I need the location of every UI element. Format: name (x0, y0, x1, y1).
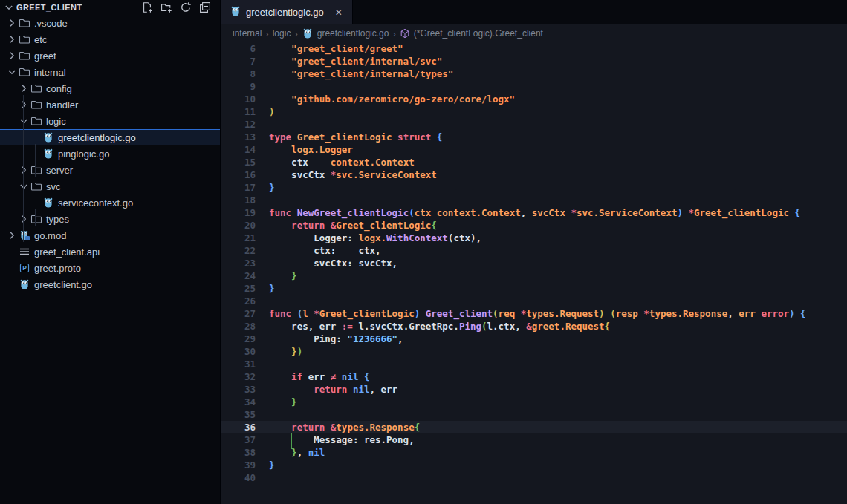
collapse-all-button[interactable] (198, 0, 212, 15)
explorer-root-title: GREET_CLIENT (16, 3, 140, 12)
code-line-27[interactable]: 27 func (l *Greet_clientLogic) Greet_cli… (221, 307, 847, 320)
chevron-right-icon (18, 164, 30, 176)
tree-item-label: servicecontext.go (58, 197, 133, 209)
tree-item-label: go.mod (34, 230, 66, 241)
code-line-37[interactable]: 37 Message: res.Pong, (221, 433, 847, 446)
chevron-down-icon (18, 115, 30, 127)
breadcrumb-item[interactable]: greetclientlogic.go (302, 27, 389, 39)
close-icon[interactable]: ✕ (333, 7, 345, 19)
code-line-text: Message: res.Pong, (269, 433, 415, 446)
code-line-9[interactable]: 9 (221, 80, 847, 93)
code-line-24[interactable]: 24 } (221, 269, 847, 282)
folder-icon (30, 213, 43, 225)
tree-item-greet[interactable]: greet (0, 48, 220, 64)
code-line-14[interactable]: 14 logx.Logger (221, 143, 847, 156)
code-line-23[interactable]: 23 svcCtx: svcCtx, (221, 257, 847, 269)
code-line-17[interactable]: 17 } (221, 181, 847, 194)
code-line-text: svcCtx: svcCtx, (269, 257, 397, 269)
tree-item-handler[interactable]: handler (0, 96, 220, 113)
code-line-18[interactable]: 18 (221, 194, 847, 206)
new-folder-button[interactable] (159, 0, 174, 15)
tree-item-greet_client.api[interactable]: greet_client.api (0, 243, 220, 260)
line-number: 32 (221, 370, 256, 383)
tree-item-label: greet (34, 50, 56, 62)
tree-item-pinglogic.go[interactable]: pinglogic.go (0, 145, 220, 162)
tree-indent-guide (35, 209, 36, 226)
code-line-15[interactable]: 15 ctx context.Context (221, 156, 847, 168)
code-line-35[interactable]: 35 (221, 408, 847, 421)
code-line-28[interactable]: 28 res, err := l.svcCtx.GreetRpc.Ping(l.… (221, 320, 847, 333)
folder-icon (30, 99, 43, 111)
code-line-39[interactable]: 39 } (221, 459, 847, 471)
breadcrumb-separator: › (265, 28, 268, 39)
line-number: 10 (221, 93, 256, 105)
code-line-40[interactable]: 40 (221, 471, 847, 484)
tree-item-go.mod[interactable]: go.mod (0, 227, 220, 243)
tree-item-config[interactable]: config (0, 80, 220, 96)
tree-item-label: greetclientlogic.go (58, 132, 136, 143)
tab-greetclientlogic[interactable]: greetclientlogic.go ✕ (221, 0, 353, 24)
code-line-text: } (269, 282, 275, 295)
go-icon (42, 148, 55, 160)
refresh-button[interactable] (178, 0, 193, 15)
breadcrumb-item[interactable]: (*Greet_clientLogic).Greet_client (400, 28, 543, 39)
tree-item-logic[interactable]: logic (0, 113, 220, 129)
code-line-11[interactable]: 11 ) (221, 105, 847, 118)
code-line-29[interactable]: 29 Ping: "1236666", (221, 333, 847, 345)
line-number: 30 (221, 345, 256, 358)
line-number: 39 (221, 459, 256, 471)
code-line-text: "greet_client/internal/svc" (269, 55, 442, 68)
code-line-6[interactable]: 6 "greet_client/greet" (221, 42, 847, 55)
breadcrumb-item[interactable]: logic (273, 28, 291, 39)
code-line-12[interactable]: 12 (221, 118, 847, 131)
tree-item-servicecontext.go[interactable]: servicecontext.go (0, 194, 220, 211)
line-number: 33 (221, 383, 256, 396)
new-file-button[interactable] (140, 0, 155, 15)
code-line-16[interactable]: 16 svcCtx *svc.ServiceContext (221, 168, 847, 181)
tree-item-.vscode[interactable]: .vscode (0, 15, 220, 31)
code-line-22[interactable]: 22 ctx: ctx, (221, 244, 847, 257)
code-line-32[interactable]: 32 if err ≠ nil { (221, 370, 847, 383)
go-mod-icon (18, 229, 31, 241)
code-line-text: return nil, err (269, 383, 397, 396)
tree-item-greetclientlogic.go[interactable]: greetclientlogic.go (0, 129, 220, 145)
code-line-38[interactable]: 38 }, nil (221, 446, 847, 459)
code-line-26[interactable]: 26 (221, 295, 847, 307)
folder-icon (18, 66, 31, 78)
code-line-30[interactable]: 30 }) (221, 345, 847, 358)
code-line-text: if err ≠ nil { (269, 370, 370, 383)
code-line-31[interactable]: 31 (221, 358, 847, 370)
explorer-section-header[interactable]: GREET_CLIENT (0, 0, 220, 15)
tree-item-types[interactable]: types (0, 211, 220, 227)
code-line-text: }) (269, 345, 302, 358)
breadcrumb-item[interactable]: internal (233, 28, 262, 39)
tree-item-internal[interactable]: internal (0, 64, 220, 80)
code-line-33[interactable]: 33 return nil, err (221, 383, 847, 396)
tree-item-greet.proto[interactable]: P greet.proto (0, 260, 220, 276)
code-editor[interactable]: 6 "greet_client/greet" 7 "greet_client/i… (221, 42, 847, 504)
tree-item-etc[interactable]: etc (0, 31, 220, 48)
code-line-25[interactable]: 25 } (221, 282, 847, 295)
code-line-text: return &Greet_clientLogic{ (269, 219, 437, 232)
tree-item-svc[interactable]: svc (0, 178, 220, 194)
code-line-8[interactable]: 8 "greet_client/internal/types" (221, 68, 847, 80)
breadcrumb-label: (*Greet_clientLogic).Greet_client (414, 28, 543, 39)
code-line-text: res, err := l.svcCtx.GreetRpc.Ping(l.ctx… (269, 320, 610, 333)
explorer-sidebar: GREET_CLIENT .vscode etc greet internal … (0, 0, 221, 504)
tree-item-label: etc (34, 34, 47, 45)
code-line-text: ) (269, 105, 275, 118)
tree-item-greetclient.go[interactable]: greetclient.go (0, 276, 220, 292)
code-line-19[interactable]: 19 func NewGreet_clientLogic(ctx context… (221, 206, 847, 219)
chevron-slot (6, 278, 18, 290)
code-line-10[interactable]: 10 "github.com/zeromicro/go-zero/core/lo… (221, 93, 847, 105)
folder-icon (18, 17, 31, 29)
code-line-13[interactable]: 13 type Greet_clientLogic struct { (221, 131, 847, 143)
tree-item-label: server (46, 165, 73, 176)
code-line-21[interactable]: 21 Logger: logx.WithContext(ctx), (221, 232, 847, 244)
tree-item-label: logic (46, 116, 66, 127)
code-line-36[interactable]: 36 return &types.Response{ (221, 421, 847, 433)
code-line-20[interactable]: 20 return &Greet_clientLogic{ (221, 219, 847, 232)
code-line-34[interactable]: 34 } (221, 396, 847, 408)
code-line-7[interactable]: 7 "greet_client/internal/svc" (221, 55, 847, 68)
tree-item-server[interactable]: server (0, 162, 220, 178)
